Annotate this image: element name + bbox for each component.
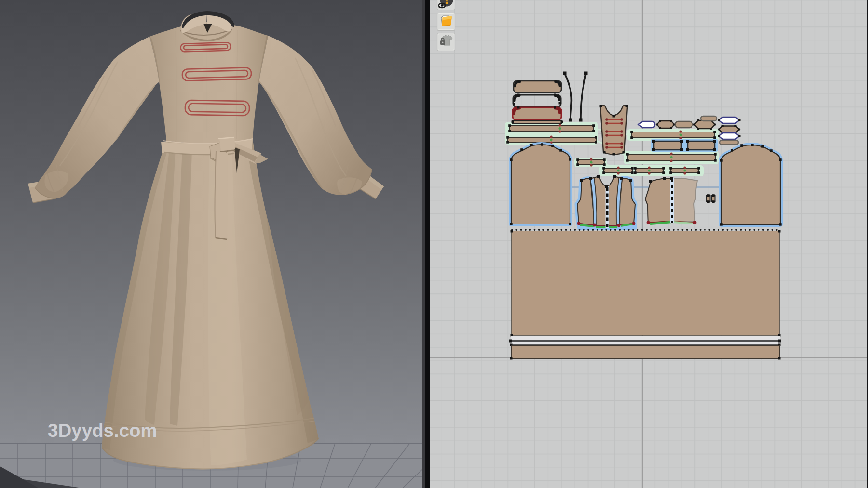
svg-text:3Dyyds.com: 3Dyyds.com bbox=[48, 420, 157, 441]
